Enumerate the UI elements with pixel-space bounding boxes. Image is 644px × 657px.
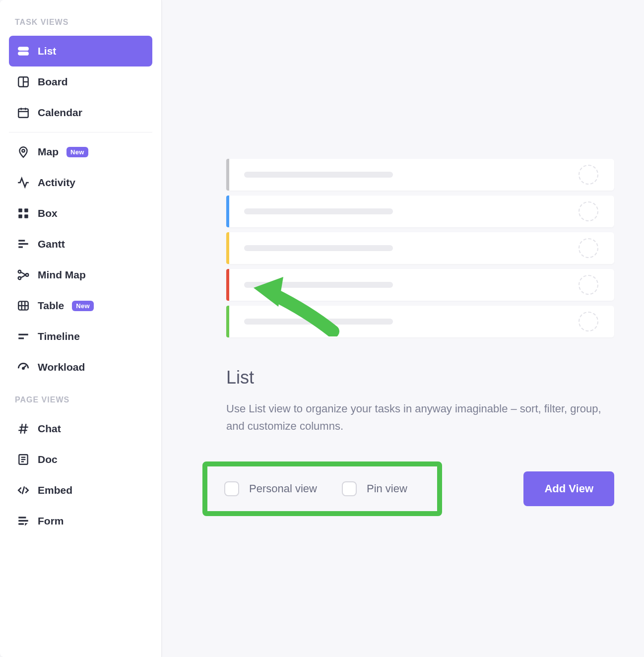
sidebar-item-doc[interactable]: Doc — [9, 444, 152, 475]
sidebar-item-box[interactable]: Box — [9, 198, 152, 229]
sidebar-item-form[interactable]: Form — [9, 506, 152, 536]
gantt-icon — [17, 238, 30, 251]
new-badge: New — [66, 147, 88, 157]
sidebar-item-label: Timeline — [38, 330, 80, 342]
pin-view-checkbox[interactable] — [342, 481, 357, 496]
box-icon — [17, 207, 30, 220]
skeleton-avatar — [579, 165, 598, 185]
svg-rect-38 — [18, 520, 28, 522]
calendar-icon — [17, 106, 30, 119]
row-color-bar — [226, 159, 229, 191]
svg-rect-37 — [18, 517, 26, 518]
doc-icon — [17, 453, 30, 466]
sidebar-item-label: Activity — [38, 177, 75, 189]
add-view-button[interactable]: Add View — [523, 471, 614, 506]
svg-rect-39 — [18, 523, 24, 525]
sidebar-item-mindmap[interactable]: Mind Map — [9, 260, 152, 290]
svg-marker-40 — [25, 523, 27, 526]
svg-line-31 — [24, 424, 26, 434]
sidebar-item-label: Form — [38, 515, 64, 527]
table-icon — [17, 299, 30, 312]
svg-rect-12 — [18, 214, 22, 218]
add-view-button-label: Add View — [544, 482, 593, 495]
sidebar-item-workload[interactable]: Workload — [9, 352, 152, 383]
sidebar-item-calendar[interactable]: Calendar — [9, 97, 152, 128]
personal-view-option[interactable]: Personal view — [224, 481, 317, 496]
skeleton-line — [244, 208, 393, 214]
sidebar: TASK VIEWS List Board Calendar Map — [0, 0, 162, 657]
svg-point-18 — [18, 277, 21, 279]
preview-task-row — [226, 306, 614, 337]
row-color-bar — [226, 196, 229, 227]
view-detail-title: List — [226, 367, 614, 388]
skeleton-avatar — [579, 312, 598, 331]
sidebar-item-activity[interactable]: Activity — [9, 167, 152, 198]
skeleton-avatar — [579, 238, 598, 258]
sidebar-item-label: Map — [38, 146, 59, 158]
sidebar-item-label: Workload — [38, 361, 85, 373]
sidebar-item-chat[interactable]: Chat — [9, 413, 152, 444]
sidebar-item-gantt[interactable]: Gantt — [9, 229, 152, 260]
sidebar-item-label: Box — [38, 207, 58, 219]
view-detail-description: Use List view to organize your tasks in … — [226, 400, 613, 435]
sidebar-item-embed[interactable]: Embed — [9, 475, 152, 506]
sidebar-item-map[interactable]: Map New — [9, 136, 152, 167]
preview-task-row — [226, 196, 614, 227]
skeleton-line — [244, 172, 393, 178]
list-icon — [17, 45, 30, 58]
pin-view-label: Pin view — [367, 482, 407, 495]
page-views-header: PAGE VIEWS — [9, 383, 152, 413]
skeleton-avatar — [579, 201, 598, 221]
row-color-bar — [226, 232, 229, 264]
skeleton-line — [244, 319, 393, 325]
svg-rect-11 — [24, 208, 28, 212]
sidebar-item-label: Gantt — [38, 238, 65, 250]
preview-task-row — [226, 159, 614, 191]
activity-icon — [17, 176, 30, 189]
svg-rect-5 — [18, 109, 28, 117]
svg-point-9 — [22, 149, 24, 152]
view-detail: List Use List view to organize your task… — [226, 367, 614, 435]
sidebar-item-timeline[interactable]: Timeline — [9, 321, 152, 352]
preview-task-row — [226, 269, 614, 301]
sidebar-item-label: List — [38, 45, 56, 57]
board-icon — [17, 75, 30, 88]
preview-task-row — [226, 232, 614, 264]
skeleton-line — [244, 282, 393, 288]
sidebar-item-label: Mind Map — [38, 269, 86, 281]
main-content: List Use List view to organize your task… — [162, 0, 644, 657]
list-preview — [226, 159, 614, 337]
view-actions-row: Personal view Pin view Add View — [202, 461, 614, 516]
personal-view-checkbox[interactable] — [224, 481, 239, 496]
svg-rect-25 — [18, 337, 24, 339]
mindmap-icon — [17, 268, 30, 281]
embed-icon — [17, 484, 30, 497]
svg-point-27 — [22, 368, 24, 369]
svg-rect-0 — [18, 47, 28, 50]
new-badge: New — [72, 301, 94, 311]
personal-view-label: Personal view — [249, 482, 317, 495]
svg-rect-1 — [18, 52, 28, 55]
svg-rect-13 — [24, 214, 28, 218]
svg-point-19 — [26, 273, 28, 276]
svg-rect-10 — [18, 208, 22, 212]
svg-rect-24 — [18, 334, 28, 335]
svg-rect-14 — [18, 240, 25, 241]
svg-line-30 — [21, 424, 22, 434]
sidebar-item-label: Board — [38, 76, 68, 88]
sidebar-item-list[interactable]: List — [9, 36, 152, 66]
pin-view-option[interactable]: Pin view — [342, 481, 407, 496]
svg-point-17 — [18, 270, 21, 273]
task-views-header: TASK VIEWS — [9, 12, 152, 36]
svg-rect-16 — [18, 246, 23, 248]
sidebar-item-board[interactable]: Board — [9, 66, 152, 97]
sidebar-item-label: Embed — [38, 484, 72, 496]
hash-icon — [17, 422, 30, 435]
workload-icon — [17, 361, 30, 374]
svg-line-36 — [22, 486, 24, 494]
skeleton-avatar — [579, 275, 598, 295]
sidebar-item-label: Calendar — [38, 107, 82, 119]
sidebar-item-label: Doc — [38, 454, 58, 465]
view-options-highlight: Personal view Pin view — [202, 461, 442, 516]
sidebar-item-table[interactable]: Table New — [9, 290, 152, 321]
